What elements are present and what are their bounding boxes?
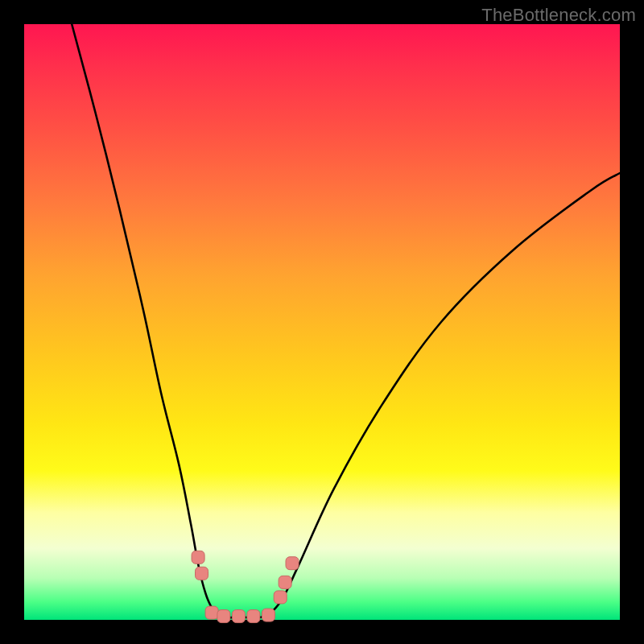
curve-marker (286, 557, 299, 570)
curve-marker (232, 610, 245, 623)
watermark-text: TheBottleneck.com (481, 5, 636, 26)
curve-marker (192, 551, 204, 564)
bottleneck-curve-svg (24, 24, 620, 620)
curve-markers (192, 551, 299, 622)
curve-marker (247, 610, 260, 623)
curve-marker (262, 609, 275, 621)
plot-area (24, 24, 620, 620)
curve-marker (196, 567, 208, 580)
chart-frame: TheBottleneck.com (0, 0, 644, 644)
bottleneck-curve-path (72, 24, 620, 618)
curve-marker (274, 591, 287, 604)
curve-marker (279, 576, 291, 588)
curve-marker (205, 606, 218, 619)
curve-marker (217, 610, 230, 623)
